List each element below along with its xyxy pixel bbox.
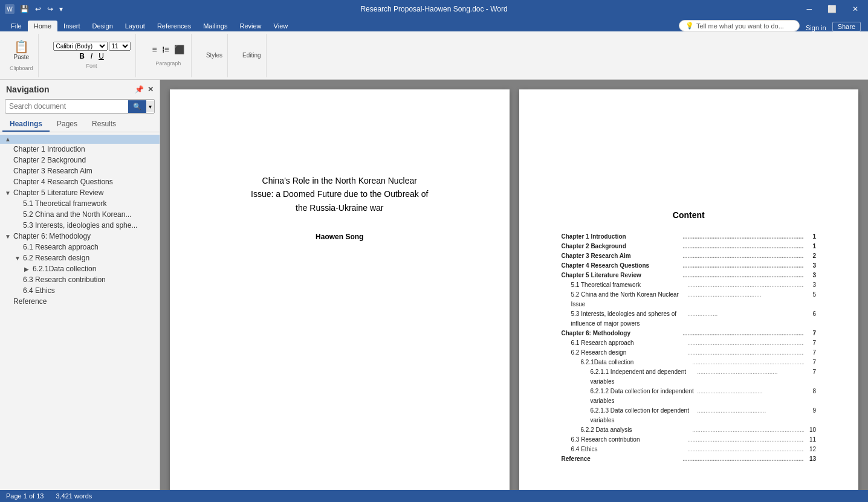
tab-headings[interactable]: Headings <box>2 117 50 132</box>
nav-tree-item-ch6[interactable]: ▼ Chapter 6: Methodology <box>0 231 160 242</box>
redo-button[interactable]: ↪ <box>45 4 55 14</box>
paragraph-label: Paragraph <box>155 60 181 66</box>
nav-tree-item-label: 6.2 Research design <box>23 254 89 262</box>
nav-tree-item-61[interactable]: 6.1 Research approach <box>0 242 160 253</box>
toc-entry: 6.4 Ethics..............................… <box>562 445 817 454</box>
nav-tree-item-selected[interactable]: ▲ <box>0 135 160 144</box>
nav-tabs: Headings Pages Results <box>0 117 160 132</box>
nav-tree-item-label: Chapter 4 Research Questions <box>13 178 113 186</box>
tab-file[interactable]: File <box>5 21 28 31</box>
lightbulb-icon: 💡 <box>685 22 694 30</box>
nav-tree-item-53[interactable]: 5.3 Interests, ideologies and sphe... <box>0 220 160 231</box>
tab-layout[interactable]: Layout <box>119 21 151 31</box>
tell-me-bar[interactable]: 💡 Tell me what you want to do... <box>679 20 800 31</box>
nav-tree-item-51[interactable]: 5.1 Theoretical framework <box>0 198 160 209</box>
tab-review[interactable]: Review <box>234 21 268 31</box>
italic-button[interactable]: I <box>88 52 95 60</box>
toc-entry: Chapter 5 Literature Review.............… <box>562 271 817 280</box>
tree-toggle-icon: ▲ <box>5 136 12 143</box>
tree-expand-icon: ▶ <box>24 266 31 272</box>
document-area: China's Role in the North Korean Nuclear… <box>160 80 868 490</box>
toc-label: Chapter 1 Introduction <box>562 232 683 242</box>
nav-tree-item-64[interactable]: 6.4 Ethics <box>0 285 160 296</box>
title-line1: China's Role in the North Korean Nuclear <box>262 176 417 185</box>
search-dropdown-button[interactable]: ▾ <box>146 101 154 112</box>
search-button[interactable]: 🔍 <box>128 100 146 113</box>
nav-tree-item-label: 6.4 Ethics <box>23 286 55 295</box>
page-title-text: China's Role in the North Korean Nuclear… <box>212 174 467 214</box>
customize-button[interactable]: ▾ <box>57 4 65 14</box>
bold-button[interactable]: B <box>77 52 87 60</box>
nav-tree-item-label: 5.2 China and the North Korean... <box>23 210 131 219</box>
paste-button[interactable]: 📋 Paste <box>10 39 33 62</box>
tab-design[interactable]: Design <box>86 21 119 31</box>
nav-tree-item-ch3[interactable]: Chapter 3 Research Aim <box>0 166 160 176</box>
nav-tree-item-label: 6.1 Research approach <box>23 243 99 251</box>
nav-title: Navigation <box>6 85 50 94</box>
toc-entry: Chapter 4 Research Questions............… <box>562 261 817 271</box>
tab-mailings[interactable]: Mailings <box>197 21 233 31</box>
nav-tree-item-52[interactable]: 5.2 China and the North Korean... <box>0 209 160 220</box>
nav-tree-item-ch2[interactable]: Chapter 2 Background <box>0 155 160 166</box>
tell-me-text: Tell me what you want to do... <box>696 22 784 30</box>
toc-entry: 5.2 China and the North Korean Nuclear I… <box>562 290 817 309</box>
nav-tree-item-ch4[interactable]: Chapter 4 Research Questions <box>0 176 160 187</box>
align-left-button[interactable]: ⬛ <box>172 45 186 54</box>
tab-insert[interactable]: Insert <box>57 21 86 31</box>
toc-entry: Reference...............................… <box>562 454 817 464</box>
sign-in-button[interactable]: Sign in <box>806 24 826 31</box>
document-page-1: China's Role in the North Korean Nuclear… <box>170 89 510 490</box>
nav-tree-item-62[interactable]: ▼ 6.2 Research design <box>0 253 160 263</box>
toc-heading: Content <box>562 210 817 220</box>
word-count: 3,421 words <box>56 492 92 500</box>
undo-button[interactable]: ↩ <box>33 4 43 14</box>
tree-collapse-icon: ▼ <box>5 233 12 240</box>
search-input[interactable] <box>5 100 128 113</box>
nav-pin-icon[interactable]: 📌 <box>135 85 144 94</box>
status-bar: Page 1 of 13 3,421 words <box>0 490 868 502</box>
window-controls: ─ ⬜ ✕ <box>802 4 863 14</box>
toc-entry: 5.1 Theoretical framework...............… <box>562 280 817 290</box>
nav-tree-item-label: Reference <box>13 297 47 306</box>
nav-tree-item-621[interactable]: ▶ 6.2.1Data collection <box>0 263 160 274</box>
minimize-button[interactable]: ─ <box>802 4 817 14</box>
nav-tree-item-label: Chapter 3 Research Aim <box>13 167 92 175</box>
bullets-button[interactable]: ≡ <box>151 45 159 54</box>
tab-pages[interactable]: Pages <box>50 117 85 132</box>
ribbon-row: 📋 Paste <box>10 39 33 62</box>
document-title: Research Proposal-Haowen Song.doc - Word <box>360 5 507 13</box>
toc-entry: Chapter 3 Research Aim..................… <box>562 251 817 261</box>
close-button[interactable]: ✕ <box>847 4 863 14</box>
restore-button[interactable]: ⬜ <box>823 4 841 14</box>
nav-tree-item-label: Chapter 6: Methodology <box>13 232 91 240</box>
editing-label: Editing <box>242 52 261 59</box>
toc-entry: 6.2.1Data collection....................… <box>562 358 817 367</box>
font-family-select[interactable]: Calibri (Body) <box>53 42 108 51</box>
nav-tree-item-label: Chapter 1 Introduction <box>13 145 85 153</box>
tab-references[interactable]: References <box>151 21 197 31</box>
nav-tree-item-ref[interactable]: Reference <box>0 296 160 307</box>
numbering-button[interactable]: ⁞≡ <box>160 45 171 54</box>
tab-home[interactable]: Home <box>28 21 57 31</box>
save-button[interactable]: 💾 <box>18 4 31 14</box>
nav-close-icon[interactable]: ✕ <box>147 85 154 94</box>
paste-icon: 📋 <box>14 40 29 53</box>
nav-tree-item-label: Chapter 5 Literature Review <box>13 188 103 197</box>
nav-tree-item-label: 5.3 Interests, ideologies and sphe... <box>23 221 137 230</box>
search-box[interactable]: 🔍 ▾ <box>5 99 155 114</box>
nav-tree-item-ch1[interactable]: Chapter 1 Introduction <box>0 144 160 155</box>
underline-button[interactable]: U <box>96 52 106 60</box>
font-format-row: B I U <box>77 52 106 60</box>
nav-tree-item-ch5[interactable]: ▼ Chapter 5 Literature Review <box>0 187 160 198</box>
tab-view[interactable]: View <box>268 21 294 31</box>
main-area: Navigation 📌 ✕ 🔍 ▾ Headings Pages Result… <box>0 80 868 490</box>
toc-entry: 6.2.1.1 Independent and dependent variab… <box>562 367 817 387</box>
toc-entry: Chapter 6: Methodology..................… <box>562 329 817 338</box>
toc-dots: ........................................… <box>682 232 804 242</box>
nav-tree-item-63[interactable]: 6.3 Research contribution <box>0 274 160 285</box>
share-button[interactable]: Share <box>832 22 861 31</box>
tab-results[interactable]: Results <box>85 117 123 132</box>
title-line2: Issue: a Doomed Future due to the Outbre… <box>251 189 428 199</box>
font-size-select[interactable]: 11 <box>109 42 131 51</box>
page-info: Page 1 of 13 <box>6 492 44 500</box>
